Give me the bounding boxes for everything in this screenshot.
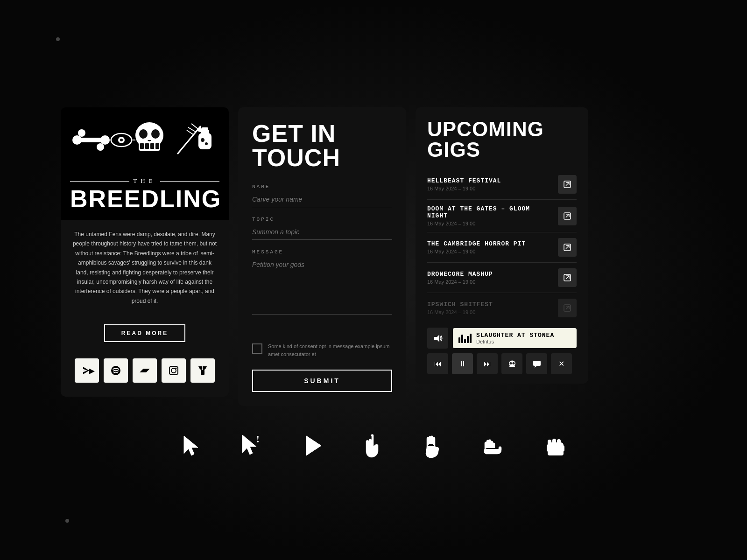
skull-button[interactable] xyxy=(501,353,522,374)
merch-icon[interactable] xyxy=(190,358,215,383)
svg-rect-51 xyxy=(509,365,515,367)
gig-link-button-2[interactable] xyxy=(558,238,577,257)
svg-rect-54 xyxy=(533,361,541,366)
svg-rect-34 xyxy=(169,366,178,375)
gig-date-3: 16 May 2024 – 19:00 xyxy=(427,279,553,285)
track-name: SLAUGHTER AT STONEA xyxy=(476,332,554,339)
svg-text:!: ! xyxy=(256,434,260,444)
message-textarea[interactable] xyxy=(252,259,392,315)
gig-info-4: IPSWICH SHITFEST16 May 2024 – 19:00 xyxy=(427,301,553,315)
cursor-hand-flat[interactable] xyxy=(481,429,509,462)
next-button[interactable]: ⏭ xyxy=(477,353,498,374)
gig-link-button-4[interactable] xyxy=(558,299,577,317)
gig-name-4: IPSWICH SHITFEST xyxy=(427,301,553,308)
cursor-pointer[interactable] xyxy=(359,429,388,462)
svg-marker-55 xyxy=(535,366,537,368)
gig-info-3: DRONECORE MASHUP16 May 2024 – 19:00 xyxy=(427,271,553,285)
svg-line-42 xyxy=(566,214,569,217)
gig-item-2: THE CAMBRIDGE HORROR PIT16 May 2024 – 19… xyxy=(427,232,577,263)
gig-name-0: HELLBEAST FESTIVAL xyxy=(427,177,553,184)
svg-rect-37 xyxy=(201,370,204,375)
gig-info-1: DOOM AT THE GATES – GLOOM NIGHT16 May 20… xyxy=(427,205,553,226)
player-area: SLAUGHTER AT STONEA Detritus ⏮ ⏸ ⏭ ✕ xyxy=(427,323,577,374)
svg-point-36 xyxy=(176,368,177,369)
gig-link-button-1[interactable] xyxy=(558,207,577,225)
gig-link-button-3[interactable] xyxy=(558,268,577,287)
chat-button[interactable] xyxy=(526,353,547,374)
pause-button[interactable]: ⏸ xyxy=(452,353,473,374)
cursor-showcase: ! xyxy=(0,420,747,481)
svg-point-4 xyxy=(97,143,104,151)
bar3 xyxy=(464,339,466,343)
breedling-the-label: THE xyxy=(70,177,219,185)
svg-marker-56 xyxy=(184,436,198,455)
svg-point-35 xyxy=(171,368,176,373)
consent-area: Some kind of consent opt in message exam… xyxy=(252,343,392,358)
svg-point-60 xyxy=(371,434,373,436)
gig-item-0: HELLBEAST FESTIVAL16 May 2024 – 19:00 xyxy=(427,169,577,200)
breedling-title-area: THE BREEDLING xyxy=(61,173,229,220)
svg-line-40 xyxy=(566,182,569,186)
bar2 xyxy=(461,335,463,343)
svg-point-13 xyxy=(151,129,160,139)
gig-link-button-0[interactable] xyxy=(558,175,577,194)
svg-rect-67 xyxy=(548,451,564,455)
gig-date-1: 16 May 2024 – 19:00 xyxy=(427,221,553,226)
spotify-icon[interactable] xyxy=(104,358,128,383)
cursor-arrow-filled[interactable] xyxy=(299,429,327,462)
contact-title: GET IN TOUCH xyxy=(252,121,392,170)
bar5 xyxy=(470,334,472,343)
skull-art xyxy=(70,117,219,163)
svg-rect-66 xyxy=(561,445,564,452)
svg-marker-59 xyxy=(306,436,321,455)
track-info: SLAUGHTER AT STONEA Detritus xyxy=(453,328,577,348)
svg-line-48 xyxy=(566,306,569,309)
gig-item-4: IPSWICH SHITFEST16 May 2024 – 19:00 xyxy=(427,293,577,323)
track-bars xyxy=(458,334,472,343)
svg-point-3 xyxy=(78,129,85,137)
gigs-title: UPCOMING GIGS xyxy=(427,119,577,160)
prev-button[interactable]: ⏮ xyxy=(427,353,448,374)
read-more-button[interactable]: READ MORE xyxy=(104,324,185,342)
svg-rect-25 xyxy=(202,127,208,131)
cursor-hand-open[interactable] xyxy=(420,429,448,462)
submit-button[interactable]: SUBMIT xyxy=(252,370,392,392)
svg-rect-64 xyxy=(557,439,561,445)
svg-point-7 xyxy=(120,139,123,141)
social-icons-row: ▶ xyxy=(61,351,229,387)
breedling-description: The untamed Fens were damp, desolate, an… xyxy=(61,220,229,320)
gigs-card: UPCOMING GIGS HELLBEAST FESTIVAL16 May 2… xyxy=(416,107,588,384)
name-input[interactable] xyxy=(252,193,392,207)
svg-rect-15 xyxy=(145,143,149,149)
volume-button[interactable] xyxy=(427,328,448,349)
svg-point-53 xyxy=(512,362,514,364)
svg-point-26 xyxy=(201,138,204,142)
youtube-icon[interactable]: ▶ xyxy=(75,358,99,383)
gig-item-1: DOOM AT THE GATES – GLOOM NIGHT16 May 20… xyxy=(427,200,577,232)
svg-rect-17 xyxy=(155,143,159,149)
svg-point-27 xyxy=(205,142,208,145)
bar4 xyxy=(467,336,469,343)
cursor-fist[interactable] xyxy=(542,429,570,462)
gig-date-2: 16 May 2024 – 19:00 xyxy=(427,249,553,254)
cursor-arrow[interactable] xyxy=(177,429,205,462)
svg-line-44 xyxy=(566,245,569,249)
main-container: THE BREEDLING The untamed Fens were damp… xyxy=(23,79,724,420)
bandcamp-icon[interactable] xyxy=(133,358,157,383)
topic-input[interactable] xyxy=(252,226,392,240)
gig-info-0: HELLBEAST FESTIVAL16 May 2024 – 19:00 xyxy=(427,177,553,191)
svg-line-46 xyxy=(566,276,569,279)
topic-field-group: TOPIC xyxy=(252,217,392,240)
svg-marker-33 xyxy=(140,369,150,372)
consent-checkbox[interactable] xyxy=(252,343,262,354)
breedling-art-area xyxy=(61,107,229,173)
close-button[interactable]: ✕ xyxy=(551,353,572,374)
instagram-icon[interactable] xyxy=(162,358,186,383)
svg-point-12 xyxy=(139,129,148,139)
gig-info-2: THE CAMBRIDGE HORROR PIT16 May 2024 – 19… xyxy=(427,240,553,254)
breedling-name: BREEDLING xyxy=(70,187,219,211)
svg-rect-65 xyxy=(547,444,550,452)
gig-date-0: 16 May 2024 – 19:00 xyxy=(427,186,553,191)
breedling-card: THE BREEDLING The untamed Fens were damp… xyxy=(61,107,229,397)
cursor-arrow-exclaim[interactable]: ! xyxy=(238,429,266,462)
